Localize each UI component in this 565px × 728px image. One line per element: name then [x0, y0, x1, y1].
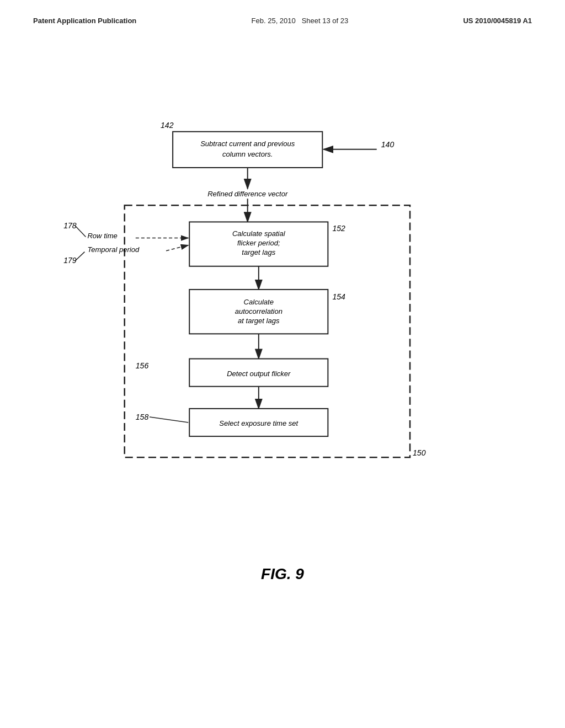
- header-date: Feb. 25, 2010: [252, 17, 296, 25]
- box-152-text-line3: target lags: [242, 248, 275, 256]
- row-time-label: Row time: [87, 232, 117, 240]
- diagram-svg: 142 Subtract current and previous column…: [33, 47, 532, 543]
- ref-178: 178: [63, 221, 77, 230]
- ref-150: 150: [413, 448, 426, 457]
- box-152-text-line1: Calculate spatial: [232, 229, 286, 238]
- box-156-text: Detect output flicker: [227, 370, 291, 378]
- ref-158-line: [150, 417, 188, 422]
- ref-179: 179: [63, 256, 77, 265]
- temporal-period-label: Temporal period: [87, 245, 140, 254]
- header-center: Feb. 25, 2010 Sheet 13 of 23: [252, 17, 349, 25]
- header-sheet: Sheet 13 of 23: [302, 17, 349, 25]
- box-152-text-line2: flicker period;: [237, 239, 280, 247]
- ref-179-line: [75, 252, 84, 261]
- diagram-area: 142 Subtract current and previous column…: [33, 47, 532, 543]
- rdv-label: Refined difference vector: [207, 190, 288, 198]
- box-154-text-line1: Calculate: [244, 298, 274, 306]
- page-header: Patent Application Publication Feb. 25, …: [33, 17, 532, 25]
- box-154-text-line3: at target lags: [238, 317, 280, 325]
- ref-142: 142: [161, 121, 174, 130]
- page: Patent Application Publication Feb. 25, …: [0, 0, 565, 728]
- box-154-text-line2: autocorrelation: [235, 307, 282, 315]
- box-140-text-line1: Subtract current and previous: [200, 140, 295, 148]
- ref-156: 156: [136, 361, 149, 370]
- ref-140: 140: [381, 140, 395, 149]
- box-140-text-line2: column vectors.: [222, 150, 273, 158]
- figure-caption: FIG. 9: [33, 565, 532, 583]
- header-right: US 2010/0045819 A1: [463, 17, 532, 25]
- ref-178-line: [75, 226, 86, 237]
- ref-154: 154: [332, 292, 345, 301]
- box-158-text: Select exposure time set: [219, 419, 299, 427]
- ref-152: 152: [332, 224, 345, 233]
- temporal-period-arrow: [166, 245, 188, 251]
- ref-158: 158: [136, 413, 149, 421]
- header-left: Patent Application Publication: [33, 17, 136, 25]
